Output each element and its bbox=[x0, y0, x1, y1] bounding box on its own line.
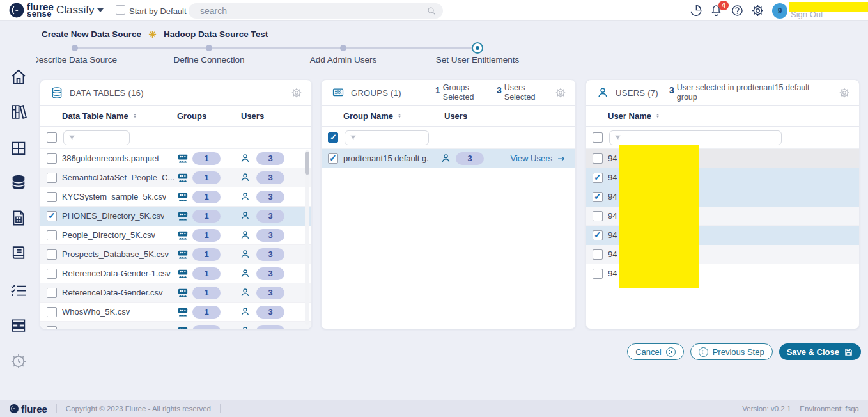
row-checkbox[interactable] bbox=[47, 230, 57, 240]
step-label-entitlements[interactable]: Set User Entitlements bbox=[420, 55, 535, 65]
footer-environment: Environment: fsqa bbox=[800, 405, 859, 413]
table-row[interactable]: People_Directory_5K.csv 1 3 bbox=[40, 226, 311, 245]
column-data-table-name[interactable]: Data Table Name bbox=[62, 111, 138, 121]
table-row-partial[interactable] bbox=[40, 322, 311, 329]
table-row[interactable]: ReferenceData-Gender-1.csv 1 3 bbox=[40, 264, 311, 283]
sort-icon[interactable] bbox=[655, 112, 661, 120]
groups-icon bbox=[176, 172, 190, 184]
database-icon-active[interactable] bbox=[10, 173, 27, 191]
select-all-checkbox-checked[interactable] bbox=[328, 132, 338, 143]
checklist-icon[interactable] bbox=[10, 281, 27, 299]
panel-gear-icon[interactable] bbox=[291, 87, 302, 98]
group-row-selected[interactable]: prodtenant15 default g. 3 View Users bbox=[322, 149, 575, 168]
row-checkbox[interactable] bbox=[593, 269, 603, 279]
row-checkbox[interactable] bbox=[47, 192, 57, 202]
row-checkbox[interactable] bbox=[593, 211, 603, 221]
panel-gear-icon[interactable] bbox=[839, 87, 850, 98]
row-checkbox-checked[interactable] bbox=[47, 211, 57, 221]
data-table-name: Prospects_Database_5K.csv bbox=[62, 249, 169, 259]
row-checkbox-checked[interactable] bbox=[593, 230, 603, 240]
table-row[interactable]: Prospects_Database_5K.csv 1 3 bbox=[40, 245, 311, 264]
user-filter[interactable] bbox=[609, 130, 782, 145]
table-row-selected[interactable]: PHONES_Directory_5K.csv 1 3 bbox=[40, 207, 311, 226]
select-all-checkbox[interactable] bbox=[593, 132, 603, 143]
row-checkbox-checked[interactable] bbox=[328, 153, 338, 164]
select-all-checkbox[interactable] bbox=[47, 132, 57, 143]
table-row[interactable]: ReferenceData-Gender.csv 1 3 bbox=[40, 283, 311, 303]
library-icon[interactable] bbox=[10, 103, 27, 121]
logo-text-sense: sense bbox=[27, 10, 54, 17]
footer: fluree Copyright © 2023 Fluree - All rig… bbox=[0, 400, 868, 417]
cancel-button[interactable]: Cancel bbox=[627, 343, 683, 360]
step-dot-2[interactable] bbox=[206, 45, 212, 51]
table-row[interactable]: KYCSystem_sample_5k.csv 1 3 bbox=[40, 187, 311, 207]
reports-pie-icon[interactable] bbox=[689, 4, 702, 17]
fluree-sense-logo[interactable]: fluree sense bbox=[8, 2, 54, 19]
panel-gear-icon[interactable] bbox=[555, 87, 566, 98]
table-row[interactable]: WhosWho_5K.csv 1 3 bbox=[40, 303, 311, 322]
data-tables-header: DATA TABLES (16) bbox=[40, 80, 311, 106]
column-user-name[interactable]: User Name bbox=[608, 111, 661, 121]
row-checkbox[interactable] bbox=[47, 153, 57, 164]
search-input[interactable] bbox=[200, 3, 417, 19]
file-table-icon[interactable] bbox=[10, 209, 27, 227]
step-dot-1[interactable] bbox=[72, 45, 78, 51]
column-group-name[interactable]: Group Name bbox=[343, 111, 403, 121]
footer-divider bbox=[56, 404, 57, 413]
top-navigation-bar: fluree sense Classify Start by Default 4… bbox=[0, 0, 868, 21]
row-checkbox[interactable] bbox=[47, 326, 57, 330]
footer-version: Version: v0.2.1 bbox=[742, 405, 791, 413]
footer-brand: fluree bbox=[21, 404, 47, 414]
step-label-admins[interactable]: Add Admin Users bbox=[286, 55, 401, 65]
stack-rows-icon[interactable] bbox=[10, 317, 27, 334]
group-filter-input[interactable] bbox=[360, 131, 426, 145]
group-filter[interactable] bbox=[345, 130, 429, 145]
name-filter[interactable] bbox=[63, 130, 130, 145]
row-checkbox-checked[interactable] bbox=[593, 173, 603, 183]
users-count-badge: 3 bbox=[256, 248, 284, 261]
start-by-default-checkbox[interactable] bbox=[116, 5, 125, 15]
previous-step-button[interactable]: Previous Step bbox=[690, 343, 773, 360]
grid-catalog-icon[interactable] bbox=[10, 139, 27, 157]
scrollbar-track[interactable] bbox=[305, 150, 309, 325]
settings-gear-icon[interactable] bbox=[751, 4, 764, 17]
table-row[interactable]: 386goldenrecords.parquet 1 3 bbox=[40, 149, 311, 168]
groups-count-badge: 1 bbox=[192, 210, 221, 223]
data-table-name: PHONES_Directory_5K.csv bbox=[62, 211, 164, 221]
data-table-name: KYCSystem_sample_5k.csv bbox=[62, 192, 166, 201]
user-filter-input[interactable] bbox=[625, 131, 779, 145]
name-filter-input[interactable] bbox=[79, 131, 127, 145]
step-dot-4-active[interactable] bbox=[472, 42, 483, 54]
scrollbar-thumb[interactable] bbox=[305, 152, 309, 175]
row-checkbox-checked[interactable] bbox=[593, 192, 603, 202]
row-checkbox[interactable] bbox=[593, 249, 603, 260]
avatar[interactable]: 9 bbox=[772, 3, 787, 19]
row-checkbox[interactable] bbox=[47, 173, 57, 183]
step-dot-3[interactable] bbox=[340, 45, 346, 51]
row-checkbox[interactable] bbox=[593, 153, 603, 164]
row-checkbox[interactable] bbox=[47, 307, 57, 317]
data-tables-title: DATA TABLES (16) bbox=[70, 88, 144, 98]
settings-clock-icon[interactable] bbox=[10, 352, 27, 370]
view-users-link[interactable]: View Users bbox=[510, 153, 566, 163]
chevron-down-icon[interactable] bbox=[97, 8, 104, 12]
global-search[interactable] bbox=[189, 3, 443, 19]
groups-icon bbox=[176, 230, 190, 241]
row-checkbox[interactable] bbox=[47, 249, 57, 260]
footer-copyright: Copyright © 2023 Fluree - All rights res… bbox=[66, 405, 211, 413]
user-name: 94 bbox=[608, 192, 617, 201]
table-row[interactable]: SemanticDataSet_People_C... 1 3 bbox=[40, 168, 311, 187]
product-dropdown[interactable]: Classify bbox=[56, 4, 95, 17]
row-checkbox[interactable] bbox=[47, 288, 57, 298]
datasource-name: Hadoop Data Source Test bbox=[164, 29, 268, 39]
row-checkbox[interactable] bbox=[47, 269, 57, 279]
groups-count-badge: 1 bbox=[192, 171, 221, 184]
glossary-book-icon[interactable] bbox=[10, 244, 27, 262]
step-label-connection[interactable]: Define Connection bbox=[151, 55, 267, 65]
home-icon[interactable] bbox=[10, 68, 27, 86]
save-close-button[interactable]: Save & Close bbox=[779, 343, 861, 360]
help-icon[interactable] bbox=[731, 4, 744, 17]
database-icon bbox=[50, 86, 63, 99]
sort-icon[interactable] bbox=[396, 112, 403, 120]
sort-icon[interactable] bbox=[132, 112, 138, 120]
